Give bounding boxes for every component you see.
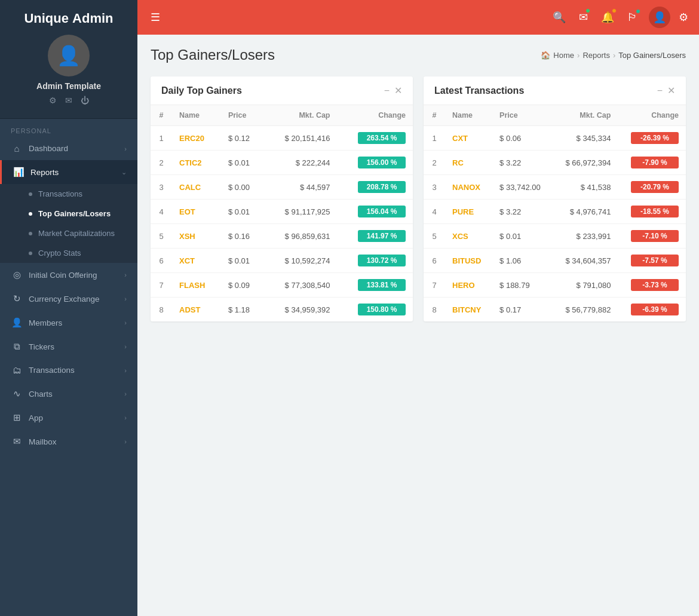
sidebar-item-charts[interactable]: ∿ Charts ›	[0, 382, 137, 406]
email-badge	[585, 8, 590, 13]
row-change: 156.04 %	[338, 200, 413, 224]
row-change: -3.73 %	[618, 273, 686, 298]
row-mktcap: $ 20,151,416	[265, 126, 337, 151]
breadcrumb-home[interactable]: Home	[553, 51, 574, 60]
table-row: 4 EOT $ 0.01 $ 91,117,925 156.04 %	[151, 200, 413, 224]
row-change: 141.97 %	[338, 224, 413, 249]
row-name[interactable]: CTIC2	[172, 151, 221, 175]
page-content: Top Gainers/Losers 🏠 Home › Reports › To…	[137, 35, 699, 616]
sidebar-item-app[interactable]: ⊞ App ›	[0, 406, 137, 430]
ico-icon: ◎	[11, 269, 23, 280]
row-mktcap: $ 34,604,357	[553, 249, 618, 273]
table-row: 5 XSH $ 0.16 $ 96,859,631 141.97 %	[151, 224, 413, 249]
row-mktcap: $ 4,976,741	[553, 200, 618, 224]
sidebar-sub-item-market-cap[interactable]: Market Capitalizations	[0, 223, 137, 243]
flag-icon[interactable]: 🏳	[625, 9, 640, 26]
row-name[interactable]: NANOX	[445, 175, 492, 200]
sidebar-item-label: Reports	[30, 168, 121, 177]
panel-minimize-transactions[interactable]: −	[657, 85, 663, 96]
sidebar: Unique Admin 👤 Admin Template ⚙ ✉ ⏻ PERS…	[0, 0, 137, 616]
mail-icon[interactable]: ✉	[65, 96, 72, 105]
sidebar-item-ico[interactable]: ◎ Initial Coin Offering ›	[0, 263, 137, 287]
col-price: Price	[492, 105, 553, 126]
row-name[interactable]: ADST	[172, 298, 221, 322]
row-name[interactable]: ERC20	[172, 126, 221, 151]
gainers-table: # Name Price Mkt. Cap Change 1 ERC20 $ 0…	[151, 105, 413, 321]
row-mktcap: $ 10,592,274	[265, 249, 337, 273]
chevron-right-icon: ›	[124, 319, 127, 326]
sidebar-item-tickers[interactable]: ⧉ Tickers ›	[0, 335, 137, 358]
sidebar-sub-item-transactions[interactable]: Transactions	[0, 184, 137, 204]
user-avatar[interactable]: 👤	[649, 7, 670, 28]
row-name[interactable]: EOT	[172, 200, 221, 224]
panel-close-transactions[interactable]: ✕	[667, 85, 675, 96]
row-name[interactable]: FLASH	[172, 273, 221, 298]
table-row: 8 BITCNY $ 0.17 $ 56,779,882 -6.39 %	[424, 298, 686, 322]
row-name[interactable]: CALC	[172, 175, 221, 200]
row-num: 6	[424, 249, 445, 273]
row-mktcap: $ 56,779,882	[553, 298, 618, 322]
charts-icon: ∿	[11, 388, 23, 399]
sidebar-item-label: Members	[29, 318, 124, 327]
breadcrumb-sep-1: ›	[577, 51, 580, 60]
row-num: 8	[424, 298, 445, 322]
chevron-right-icon: ›	[124, 271, 127, 278]
bell-icon[interactable]: 🔔	[599, 8, 617, 26]
hamburger-icon[interactable]: ☰	[148, 8, 163, 26]
row-price: $ 0.06	[492, 126, 553, 151]
row-num: 2	[424, 151, 445, 175]
row-name[interactable]: HERO	[445, 273, 492, 298]
row-name[interactable]: RC	[445, 151, 492, 175]
table-row: 7 HERO $ 188.79 $ 791,080 -3.73 %	[424, 273, 686, 298]
search-icon[interactable]: 🔍	[550, 8, 568, 26]
row-price: $ 0.09	[221, 273, 265, 298]
sidebar-sub-item-crypto-stats[interactable]: Crypto Stats	[0, 243, 137, 263]
row-price: $ 3.22	[492, 200, 553, 224]
row-name[interactable]: BITCNY	[445, 298, 492, 322]
row-name[interactable]: XCT	[172, 249, 221, 273]
panel-close-gainers[interactable]: ✕	[394, 85, 402, 96]
topbar-gear-icon[interactable]: ⚙	[679, 11, 688, 24]
chevron-right-icon: ›	[124, 145, 127, 152]
row-num: 5	[151, 224, 172, 249]
bell-badge	[612, 8, 617, 13]
col-price: Price	[221, 105, 265, 126]
table-row: 1 ERC20 $ 0.12 $ 20,151,416 263.54 %	[151, 126, 413, 151]
members-icon: 👤	[11, 317, 23, 328]
sidebar-item-reports[interactable]: 📊 Reports ⌄	[0, 160, 137, 184]
row-name[interactable]: XSH	[172, 224, 221, 249]
row-change: -7.90 %	[618, 151, 686, 175]
power-icon[interactable]: ⏻	[81, 96, 89, 105]
transactions-table: # Name Price Mkt. Cap Change 1 CXT $ 0.0…	[424, 105, 686, 321]
row-name[interactable]: CXT	[445, 126, 492, 151]
row-mktcap: $ 41,538	[553, 175, 618, 200]
table-row: 5 XCS $ 0.01 $ 233,991 -7.10 %	[424, 224, 686, 249]
breadcrumb-home-icon: 🏠	[541, 51, 550, 60]
row-mktcap: $ 233,991	[553, 224, 618, 249]
breadcrumb-current: Top Gainers/Losers	[618, 51, 686, 60]
page-title: Top Gainers/Losers	[151, 47, 275, 63]
breadcrumb-section[interactable]: Reports	[582, 51, 610, 60]
row-mktcap: $ 791,080	[553, 273, 618, 298]
breadcrumb-sep-2: ›	[613, 51, 615, 60]
sidebar-sub-item-top-gainers[interactable]: Top Gainers/Losers	[0, 204, 137, 223]
flag-badge	[636, 9, 640, 14]
row-num: 7	[424, 273, 445, 298]
sidebar-item-members[interactable]: 👤 Members ›	[0, 311, 137, 335]
email-icon[interactable]: ✉	[577, 8, 590, 26]
settings-icon[interactable]: ⚙	[49, 96, 57, 105]
sidebar-item-mailbox[interactable]: ✉ Mailbox ›	[0, 430, 137, 453]
logo: Unique Admin	[0, 11, 137, 26]
sidebar-item-currency[interactable]: ↻ Currency Exchange ›	[0, 287, 137, 311]
sidebar-item-transactions[interactable]: 🗂 Transactions ›	[0, 358, 137, 382]
row-name[interactable]: XCS	[445, 224, 492, 249]
app-icon: ⊞	[11, 412, 23, 423]
col-mktcap: Mkt. Cap	[553, 105, 618, 126]
panel-minimize-gainers[interactable]: −	[384, 85, 390, 96]
row-name[interactable]: PURE	[445, 200, 492, 224]
user-action-icons: ⚙ ✉ ⏻	[0, 96, 137, 105]
panel-body-gainers: # Name Price Mkt. Cap Change 1 ERC20 $ 0…	[151, 105, 413, 321]
row-price: $ 0.12	[221, 126, 265, 151]
sidebar-item-dashboard[interactable]: ⌂ Dashboard ›	[0, 137, 137, 160]
row-name[interactable]: BITUSD	[445, 249, 492, 273]
